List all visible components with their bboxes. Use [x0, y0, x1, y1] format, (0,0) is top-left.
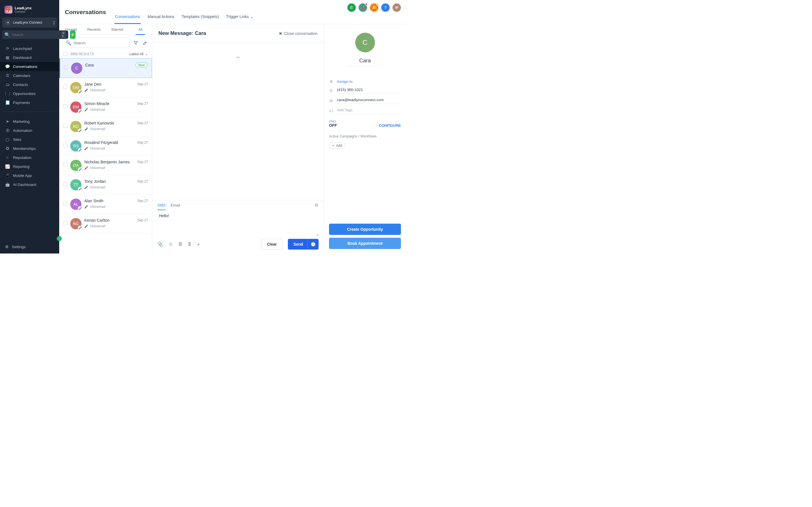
- avatar: EM🎤: [70, 101, 82, 113]
- phone-button[interactable]: ✆: [347, 3, 356, 12]
- composer-tab-sms[interactable]: SMS: [157, 203, 165, 210]
- conversation-checkbox[interactable]: [63, 182, 67, 186]
- conversation-item[interactable]: DM🎤Jane DeoSep 27🎤Voicemail: [59, 78, 152, 98]
- add-tags-input[interactable]: Add Tags: [337, 108, 401, 114]
- conversation-name: Robert Kanowski: [84, 121, 114, 125]
- select-all-checkbox[interactable]: [63, 52, 67, 56]
- emoji-button[interactable]: ☺: [168, 241, 173, 247]
- add-campaign-button[interactable]: ＋ Add: [329, 142, 345, 149]
- conversation-checkbox[interactable]: [63, 85, 67, 89]
- conversation-checkbox[interactable]: [63, 202, 67, 206]
- conversation-item[interactable]: EM🎤Simon MiracleSep 27🎤Voicemail: [59, 98, 152, 117]
- conversation-item[interactable]: DA🎤Nicholas Benjamin JamesSep 27🎤Voicema…: [59, 156, 152, 175]
- org-switcher[interactable]: ✦ LeadLynx Connect ▴▾: [2, 17, 57, 27]
- nav-label: Dashboard: [13, 55, 32, 60]
- mic-badge-icon: 🎤: [78, 167, 82, 172]
- contact-email-row: ✉ cara@leadlynxconnect.com: [329, 98, 401, 104]
- create-opportunity-button[interactable]: Create Opportunity: [329, 224, 401, 235]
- sidebar-item-calendars[interactable]: 🗓Calendars: [0, 71, 59, 80]
- add-button[interactable]: ＋: [196, 241, 201, 247]
- sidebar-item-launchpad[interactable]: ⟳Launchpad: [0, 44, 59, 53]
- conversation-item[interactable]: AL🎤Alan SmithSep 27🎤Voicemail: [59, 194, 152, 214]
- schedule-send-button[interactable]: 🕒: [307, 239, 319, 249]
- tags-row: 🏷 Add Tags: [329, 108, 401, 114]
- attachment-button[interactable]: 📎: [157, 241, 163, 247]
- top-tab-templates-snippets-[interactable]: Templates (Snippets): [181, 14, 219, 24]
- conversation-item[interactable]: RS🎤Rosalind FitzgeraldSep 27🎤Voicemail: [59, 136, 152, 156]
- sidebar-item-automation[interactable]: ⦿Automation: [0, 126, 59, 135]
- clear-button[interactable]: Clear: [261, 239, 283, 249]
- template-button[interactable]: 🗎: [178, 241, 183, 247]
- results-row: 3968 RESULTS Latest-All ⌄: [59, 51, 152, 58]
- collapse-composer-button[interactable]: [314, 203, 319, 210]
- org-logo-icon: ✦: [5, 20, 11, 25]
- sidebar-item-reputation[interactable]: ☆Reputation: [0, 153, 59, 162]
- sidebar-item-sites[interactable]: ▢Sites: [0, 135, 59, 144]
- conversation-search[interactable]: 🔍: [63, 38, 130, 48]
- composer-textarea[interactable]: [157, 210, 319, 236]
- mic-badge-icon: 🎤: [78, 226, 82, 230]
- sidebar-item-dashboard[interactable]: ▦Dashboard: [0, 53, 59, 62]
- list-tab-recents[interactable]: Recents: [82, 24, 105, 35]
- composer-tab-email[interactable]: Email: [170, 203, 180, 210]
- list-tab-starred[interactable]: Starred: [106, 24, 129, 35]
- conversation-item[interactable]: RD🎤Robert KanowskiSep 27🎤Voicemail: [59, 117, 152, 136]
- conversation-list[interactable]: CCaraNewDM🎤Jane DeoSep 27🎤VoicemailEM🎤Si…: [59, 58, 152, 253]
- top-tab-trigger-links[interactable]: Trigger Links⌄: [225, 14, 254, 24]
- payment-button[interactable]: $: [188, 241, 191, 247]
- nav-icon: ✪: [5, 146, 10, 151]
- sidebar-item-memberships[interactable]: ✪Memberships: [0, 144, 59, 153]
- results-count: 3968 RESULTS: [70, 52, 94, 56]
- sidebar-item-settings[interactable]: ⚙ Settings: [0, 240, 59, 253]
- top-tab-manual-actions[interactable]: Manual Actions: [147, 14, 175, 24]
- org-name: LeadLynx Connect: [13, 20, 42, 24]
- conversation-item[interactable]: BG🎤Kerian CarltonSep 27🎤Voicemail: [59, 214, 152, 233]
- conversation-checkbox[interactable]: [64, 65, 68, 69]
- nav-icon: ▢: [5, 137, 10, 142]
- avatar: DM🎤: [70, 82, 82, 93]
- user-avatar[interactable]: IP: [393, 3, 401, 12]
- compose-button[interactable]: [142, 40, 149, 47]
- contact-email[interactable]: cara@leadlynxconnect.com: [337, 98, 401, 104]
- conversation-search-input[interactable]: [73, 41, 127, 45]
- sidebar-item-ai-dashboard[interactable]: 🤖AI Dashboard: [0, 180, 59, 189]
- conversation-checkbox[interactable]: [63, 163, 67, 167]
- help-button[interactable]: ?: [381, 3, 390, 12]
- contact-phone[interactable]: (415) 360-1021: [337, 88, 401, 94]
- sidebar-item-mobile-app[interactable]: 📱Mobile App: [0, 171, 59, 180]
- sidebar-item-contacts[interactable]: 🗂Contacts: [0, 80, 59, 89]
- conversation-checkbox[interactable]: [63, 143, 67, 147]
- sidebar-item-payments[interactable]: 🧾Payments: [0, 98, 59, 107]
- conversation-date: Sep 27: [137, 199, 148, 203]
- close-conversation-button[interactable]: ✖ Close conversation: [279, 31, 317, 36]
- contact-name[interactable]: Cara: [348, 56, 382, 66]
- list-tab-unread[interactable]: Unread: [59, 24, 82, 35]
- notifications-button[interactable]: 🔔: [370, 3, 378, 12]
- main: Conversations ConversationsManual Action…: [59, 0, 406, 253]
- list-tab-all[interactable]: All: [129, 24, 152, 35]
- sidebar-item-opportunities[interactable]: ⋮⋮Opportunities: [0, 89, 59, 98]
- conversation-item[interactable]: CCaraNew: [59, 58, 152, 78]
- filter-button[interactable]: [132, 40, 139, 47]
- conversation-checkbox[interactable]: [63, 221, 67, 225]
- sidebar-item-marketing[interactable]: ➤Marketing: [0, 117, 59, 126]
- sort-label: Latest-All: [130, 52, 144, 56]
- sort-dropdown[interactable]: Latest-All ⌄: [130, 52, 148, 56]
- global-search[interactable]: 🔍 ⌘ K: [2, 31, 68, 39]
- book-appointment-button[interactable]: Book Appointment: [329, 238, 401, 249]
- conversation-checkbox[interactable]: [63, 124, 67, 128]
- conversation-checkbox[interactable]: [63, 104, 67, 108]
- collapse-sidebar-button[interactable]: ‹: [57, 236, 62, 241]
- avatar: RD🎤: [70, 121, 82, 132]
- sidebar-item-reporting[interactable]: 📈Reporting: [0, 162, 59, 171]
- dnd-configure-button[interactable]: CONFIGURE: [379, 123, 401, 128]
- conversation-item[interactable]: TT🎤Tony JordanSep 27🎤Voicemail: [59, 175, 152, 194]
- sidebar-item-conversations[interactable]: 💬Conversations: [0, 62, 59, 71]
- top-tab-conversations[interactable]: Conversations: [114, 14, 141, 24]
- mic-icon: 🎤: [84, 108, 88, 112]
- assign-to-button[interactable]: ⊕ Assign to: [329, 79, 401, 83]
- global-search-input[interactable]: [12, 33, 59, 37]
- updown-caret-icon: ▴▾: [53, 20, 55, 25]
- announce-button[interactable]: 📣: [359, 3, 367, 12]
- send-button[interactable]: Send: [288, 239, 309, 249]
